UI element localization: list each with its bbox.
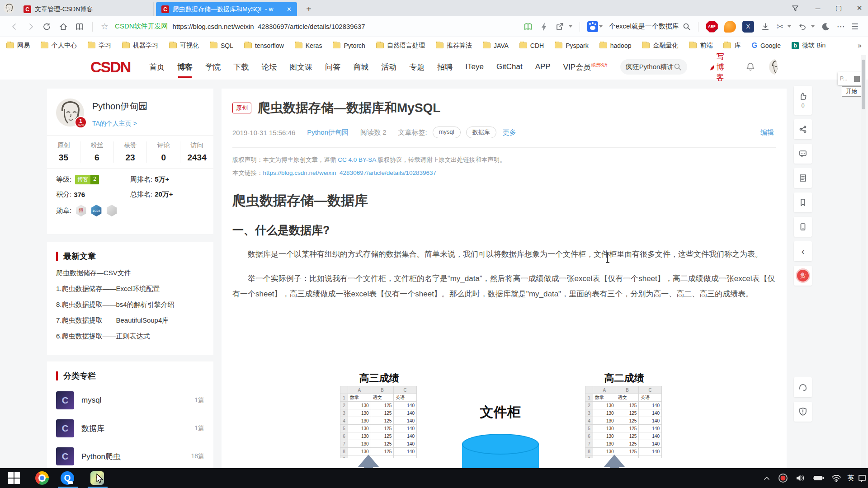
nav-item-学院[interactable]: 学院 xyxy=(205,62,221,72)
bookmark-item[interactable]: 金融量化 xyxy=(642,42,678,50)
mini-player-widget[interactable]: P... xyxy=(838,72,862,85)
medal-icon[interactable]: 1024 xyxy=(90,205,102,216)
bookmark-item[interactable]: Pytorch xyxy=(333,42,365,49)
license-link[interactable]: CC 4.0 BY-SA xyxy=(338,156,376,163)
bookmark-item[interactable]: 学习 xyxy=(88,42,111,50)
share-icon[interactable] xyxy=(555,22,564,31)
favorite-star-icon[interactable]: ☆ xyxy=(101,21,108,32)
category-row[interactable]: Cmysql1篇 xyxy=(56,391,204,409)
qq-browser-taskbar-icon[interactable]: Q xyxy=(61,471,74,485)
bookmark-item[interactable]: tensorflow xyxy=(244,42,284,49)
reward-button[interactable]: 赏 xyxy=(794,266,812,286)
bookmark-item[interactable]: 推荐算法 xyxy=(436,42,472,50)
baidu-paw-icon[interactable] xyxy=(587,21,598,32)
category-row[interactable]: C数据库1篇 xyxy=(56,419,204,437)
bookmark-item[interactable]: SQL xyxy=(210,42,233,49)
recent-article-link[interactable]: 8.爬虫数据提取——bs4的解析引擎介绍 xyxy=(56,300,204,309)
bookmark-button[interactable] xyxy=(794,192,812,212)
lightning-icon[interactable] xyxy=(540,22,548,31)
more-icon[interactable]: ⋯ xyxy=(837,22,845,32)
nav-item-专题[interactable]: 专题 xyxy=(409,62,425,72)
profile-avatar[interactable]: 1YEAR xyxy=(56,99,84,127)
medal-icon[interactable] xyxy=(106,205,118,216)
nav-item-下载[interactable]: 下载 xyxy=(233,62,249,72)
recent-article-link[interactable]: 7.爬虫数据提取——BeautifulSoup4库 xyxy=(56,316,204,325)
bookmark-item[interactable]: 前端 xyxy=(689,42,712,50)
orange-extension-icon[interactable] xyxy=(724,21,736,33)
bookmark-item[interactable]: 网易 xyxy=(6,42,30,50)
edit-article-link[interactable]: 编辑 xyxy=(760,128,774,137)
minimize-button[interactable]: ─ xyxy=(808,0,828,16)
write-blog-button[interactable]: 写博客 xyxy=(709,52,728,83)
more-tags-link[interactable]: 更多 xyxy=(503,128,516,137)
back-button[interactable] xyxy=(10,22,19,31)
bookmark-item[interactable]: CDH xyxy=(519,42,544,49)
nav-item-GitChat[interactable]: GitChat xyxy=(496,62,523,71)
menu-icon[interactable]: ☰ xyxy=(851,22,859,32)
night-mode-moon-icon[interactable] xyxy=(821,22,830,31)
ime-indicator[interactable]: 英 xyxy=(844,468,857,488)
scissors-dropdown-icon[interactable] xyxy=(788,25,791,28)
comment-button[interactable] xyxy=(794,144,812,164)
recent-article-link[interactable]: 6.爬虫数据提取——正则表达式 xyxy=(56,332,204,341)
bookmark-item[interactable]: 自然语言处理 xyxy=(376,42,425,50)
home-button[interactable] xyxy=(59,22,68,31)
reading-mode-icon[interactable] xyxy=(75,22,84,31)
collapse-rail-button[interactable]: ‹ xyxy=(794,241,812,261)
address-url[interactable]: https://blog.csdn.net/weixin_42830697/ar… xyxy=(173,23,365,30)
forward-button[interactable] xyxy=(26,22,35,31)
bookmark-item[interactable]: b微软 Bin xyxy=(792,42,826,50)
x-extension-icon[interactable]: X xyxy=(742,21,754,33)
close-button[interactable]: ✕ xyxy=(849,0,868,16)
recent-article-link[interactable]: 爬虫数据储存—CSV文件 xyxy=(56,269,204,277)
csdn-search-box[interactable]: 疯狂Python精讲 xyxy=(620,59,688,75)
user-avatar[interactable] xyxy=(769,59,778,75)
battery-tray-icon[interactable] xyxy=(810,468,826,488)
refresh-button[interactable] xyxy=(42,22,52,31)
undo-icon[interactable] xyxy=(797,22,807,31)
nav-item-ITeye[interactable]: ITeye xyxy=(465,62,484,71)
csdn-logo[interactable]: CSDN xyxy=(90,58,130,76)
bookmark-item[interactable]: 库 xyxy=(723,42,741,50)
nav-item-招聘[interactable]: 招聘 xyxy=(437,62,453,72)
category-row[interactable]: CPython爬虫18篇 xyxy=(56,447,204,465)
article-author-link[interactable]: Python伊甸园 xyxy=(307,128,349,137)
bookmark-item[interactable]: 机器学习 xyxy=(122,42,158,50)
mobile-view-button[interactable] xyxy=(794,217,812,237)
tag-pill[interactable]: mysql xyxy=(433,127,461,138)
bookmark-item[interactable]: 个人中心 xyxy=(41,42,77,50)
profile-homepage-link[interactable]: TA的个人主页 > xyxy=(92,120,147,128)
nav-item-VIP会员[interactable]: VIP会员续费8折 xyxy=(563,62,608,72)
article-permalink[interactable]: https://blog.csdn.net/weixin_42830697/ar… xyxy=(263,169,437,176)
baidu-engine-dropdown-icon[interactable] xyxy=(599,25,603,28)
bookmark-item[interactable]: GGoogle xyxy=(751,42,781,50)
wifi-tray-icon[interactable] xyxy=(829,468,844,488)
tab-close-icon[interactable]: ✕ xyxy=(287,6,292,13)
volume-tray-icon[interactable] xyxy=(793,468,807,488)
share-button[interactable] xyxy=(794,119,812,139)
tab-current-article[interactable]: C 爬虫数据存储—数据库和MySQL - w ✕ xyxy=(156,2,297,16)
maximize-button[interactable]: ▢ xyxy=(829,0,849,16)
page-scrollbar[interactable] xyxy=(861,55,866,468)
share-dropdown-icon[interactable] xyxy=(569,25,572,28)
chrome-taskbar-icon[interactable] xyxy=(35,471,49,485)
nav-item-商城[interactable]: 商城 xyxy=(353,62,368,72)
bookmark-item[interactable]: Pyspark xyxy=(555,42,589,49)
customer-service-button[interactable] xyxy=(794,377,812,397)
action-center-icon[interactable] xyxy=(856,468,868,488)
scrollbar-thumb[interactable] xyxy=(862,60,865,109)
nav-item-论坛[interactable]: 论坛 xyxy=(261,62,277,72)
notification-bell-icon[interactable] xyxy=(745,62,755,72)
tray-expand-chevron[interactable] xyxy=(760,468,774,488)
record-tray-icon[interactable] xyxy=(776,468,790,488)
nav-item-博客[interactable]: 博客 xyxy=(177,62,193,72)
new-tab-button[interactable]: + xyxy=(302,2,316,16)
funnel-icon[interactable] xyxy=(785,0,805,16)
like-button[interactable]: 0 xyxy=(794,86,812,115)
report-button[interactable] xyxy=(794,402,812,422)
undo-dropdown-icon[interactable] xyxy=(811,25,815,28)
nav-item-问答[interactable]: 问答 xyxy=(325,62,340,72)
article-directory-button[interactable] xyxy=(794,168,812,188)
search-icon[interactable] xyxy=(683,23,691,31)
medal-icon[interactable]: 恒 xyxy=(75,205,87,216)
